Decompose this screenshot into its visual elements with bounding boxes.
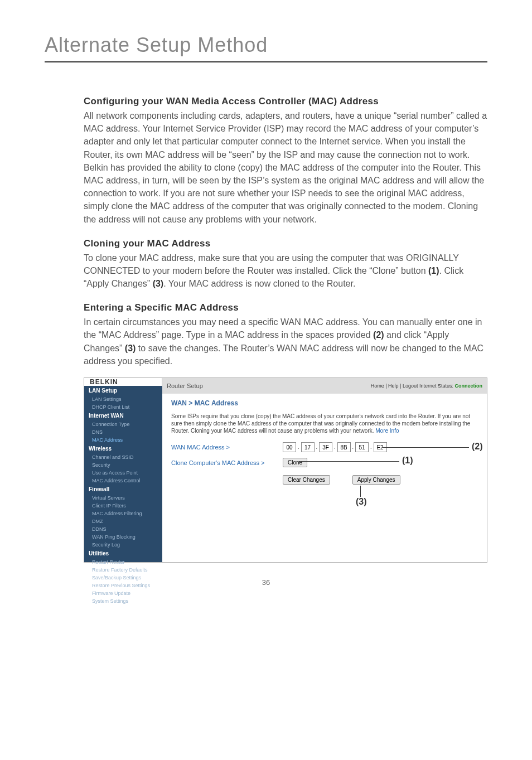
sidebar-item-dmz[interactable]: DMZ xyxy=(84,517,162,525)
desc-text: Some ISPs require that you clone (copy) … xyxy=(171,413,470,434)
sidebar-item-mac-address[interactable]: MAC Address xyxy=(84,436,162,444)
sidebar-item-save-backup[interactable]: Save/Backup Settings xyxy=(84,574,162,582)
mac-octet-1[interactable] xyxy=(301,442,315,452)
text-span: . Your MAC address is now cloned to the … xyxy=(163,279,355,288)
callout-ref-1: (1) xyxy=(428,266,439,275)
sidebar-item-mac-filtering[interactable]: MAC Address Filtering xyxy=(84,510,162,517)
sidebar-item-channel[interactable]: Channel and SSID xyxy=(84,453,162,461)
mac-octet-4[interactable] xyxy=(355,442,369,452)
callout-ref-3b: (3) xyxy=(125,343,136,353)
section-heading-entering: Entering a Specific MAC Address xyxy=(84,302,487,313)
sidebar-item-dhcp[interactable]: DHCP Client List xyxy=(84,403,162,411)
callout-2: (2) xyxy=(472,442,483,452)
body-text: To clone your MAC address, make sure tha… xyxy=(84,251,487,291)
callout-ref-2: (2) xyxy=(373,330,384,340)
label-clone-mac: Clone Computer's MAC Address > xyxy=(171,459,283,466)
callout-line xyxy=(383,447,469,448)
body-text: All network components including cards, … xyxy=(84,109,487,226)
callout-line xyxy=(360,486,361,497)
router-screenshot: BELKIN LAN Setup LAN Settings DHCP Clien… xyxy=(84,377,487,563)
sidebar-item-system[interactable]: System Settings xyxy=(84,597,162,605)
status-links[interactable]: Home | Help | Logout Internet Status: xyxy=(371,383,453,389)
sidebar-item-access-point[interactable]: Use as Access Point xyxy=(84,469,162,477)
sidebar-group-wireless: Wireless xyxy=(84,444,162,453)
mac-octet-0[interactable] xyxy=(283,442,296,452)
sidebar-item-firmware[interactable]: Firmware Update xyxy=(84,589,162,597)
body-text: In certain circumstances you may need a … xyxy=(84,316,487,367)
mac-octet-3[interactable] xyxy=(337,442,351,452)
callout-1: (1) xyxy=(402,456,413,466)
sidebar-item-restore-defaults[interactable]: Restore Factory Defaults xyxy=(84,566,162,574)
page-title: Alternate Setup Method xyxy=(45,33,487,62)
sidebar-group-firewall: Firewall xyxy=(84,485,162,494)
sidebar-item-lan-settings[interactable]: LAN Settings xyxy=(84,395,162,403)
sidebar-group-wan: Internet WAN xyxy=(84,411,162,420)
sidebar-item-restore-prev[interactable]: Restore Previous Settings xyxy=(84,582,162,589)
sidebar-item-dns[interactable]: DNS xyxy=(84,428,162,436)
sidebar-item-restart[interactable]: Restart Router xyxy=(84,558,162,566)
router-topbar: Router Setup Home | Help | Logout Intern… xyxy=(162,378,487,394)
label-wan-mac: WAN MAC Address > xyxy=(171,444,283,451)
router-main: Router Setup Home | Help | Logout Intern… xyxy=(162,378,487,562)
callout-line xyxy=(299,461,399,462)
callout-ref-3: (3) xyxy=(153,279,164,288)
brand-logo: BELKIN xyxy=(84,378,162,386)
sidebar-item-mac-control[interactable]: MAC Address Control xyxy=(84,477,162,485)
sidebar-item-security-log[interactable]: Security Log xyxy=(84,541,162,549)
mac-octet-2[interactable] xyxy=(319,442,332,452)
section-heading-configuring: Configuring your WAN Media Access Contro… xyxy=(84,96,487,107)
sidebar-group-utilities: Utilities xyxy=(84,549,162,558)
sidebar-item-ddns[interactable]: DDNS xyxy=(84,525,162,533)
status-value: Connection xyxy=(455,383,483,389)
more-info-link[interactable]: More Info xyxy=(375,428,399,434)
mac-input-group: . . . . . xyxy=(283,442,387,452)
sidebar-group-lan: LAN Setup xyxy=(84,386,162,395)
router-sidebar: BELKIN LAN Setup LAN Settings DHCP Clien… xyxy=(84,378,162,562)
sidebar-item-client-ip[interactable]: Client IP Filters xyxy=(84,502,162,510)
sidebar-item-virtual-servers[interactable]: Virtual Servers xyxy=(84,494,162,502)
text-span: To clone your MAC address, make sure tha… xyxy=(84,253,459,275)
section-heading-cloning: Cloning your MAC Address xyxy=(84,238,487,249)
sidebar-item-connection-type[interactable]: Connection Type xyxy=(84,420,162,428)
sidebar-item-security[interactable]: Security xyxy=(84,461,162,469)
clone-button[interactable]: Clone xyxy=(283,458,307,467)
topbar-title: Router Setup xyxy=(167,383,203,389)
callout-3: (3) xyxy=(356,497,367,507)
page-description: Some ISPs require that you clone (copy) … xyxy=(171,413,478,434)
text-span: to save the changes. The Router’s WAN MA… xyxy=(84,343,483,366)
topbar-status: Home | Help | Logout Internet Status: Co… xyxy=(371,383,482,389)
clear-changes-button[interactable]: Clear Changes xyxy=(283,475,330,485)
breadcrumb: WAN > MAC Address xyxy=(171,399,478,407)
apply-changes-button[interactable]: Apply Changes xyxy=(352,475,400,485)
sidebar-item-wan-ping[interactable]: WAN Ping Blocking xyxy=(84,533,162,541)
